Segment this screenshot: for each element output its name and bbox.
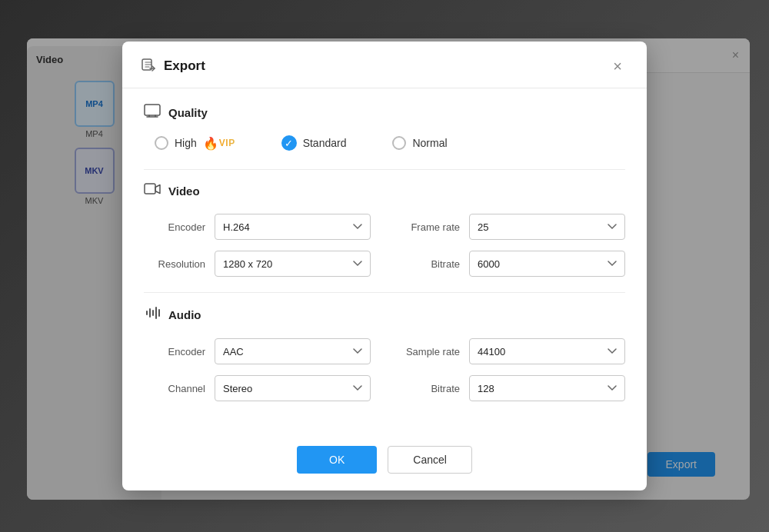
dialog-title: Export (164, 58, 205, 74)
dialog-title-row: Export (141, 57, 205, 76)
quality-high-label: High (175, 137, 197, 149)
audio-bitrate-label: Bitrate (401, 383, 460, 394)
video-section: Video Encoder H.264 H.265 VP9 Frame (144, 182, 625, 277)
quality-standard-label: Standard (303, 137, 347, 149)
audio-bitrate-select[interactable]: 128 64 192 320 (469, 375, 625, 401)
audio-section-header: Audio (144, 305, 625, 324)
video-encoder-row: Encoder H.264 H.265 VP9 (147, 214, 371, 240)
dialog-close-button[interactable]: × (607, 55, 628, 77)
quality-option-normal[interactable]: Normal (392, 136, 447, 150)
audio-title: Audio (168, 308, 201, 321)
audio-samplerate-label: Sample rate (401, 346, 460, 357)
audio-samplerate-row: Sample rate 44100 22050 48000 (401, 338, 625, 364)
quality-option-high[interactable]: High 🔥 VIP (155, 136, 235, 151)
video-framerate-row: Frame rate 25 24 30 60 (401, 214, 625, 240)
divider-1 (144, 169, 625, 170)
video-encoder-select[interactable]: H.264 H.265 VP9 (215, 214, 371, 240)
video-bitrate-select[interactable]: 6000 4000 8000 12000 (469, 251, 625, 277)
video-framerate-label: Frame rate (401, 221, 460, 233)
video-icon (144, 182, 161, 200)
video-framerate-select[interactable]: 25 24 30 60 (469, 214, 625, 240)
audio-channel-row: Channel Stereo Mono 5.1 (147, 375, 371, 401)
video-title: Video (168, 185, 200, 198)
video-resolution-label: Resolution (147, 258, 205, 270)
radio-normal (392, 136, 406, 150)
quality-section-header: Quality (144, 104, 625, 121)
quality-normal-label: Normal (412, 137, 447, 149)
video-bitrate-label: Bitrate (401, 258, 460, 270)
video-bitrate-row: Bitrate 6000 4000 8000 12000 (401, 251, 625, 277)
fire-icon: 🔥 (203, 136, 218, 151)
radio-high (155, 136, 168, 150)
video-encoder-label: Encoder (147, 221, 205, 233)
audio-section: Audio Encoder AAC MP3 AC3 Sample ra (144, 305, 625, 401)
svg-rect-2 (145, 184, 155, 194)
audio-form-grid: Encoder AAC MP3 AC3 Sample rate 44100 22… (144, 338, 625, 401)
vip-text: VIP (219, 138, 235, 148)
quality-title: Quality (168, 106, 208, 119)
quality-option-standard[interactable]: ✓ Standard (281, 135, 347, 151)
audio-channel-label: Channel (147, 383, 205, 394)
dialog-overlay: Export × Quality (0, 0, 769, 532)
export-dialog-icon (141, 57, 156, 76)
divider-2 (144, 292, 625, 293)
ok-button[interactable]: OK (297, 446, 377, 474)
dialog-header: Export × (122, 42, 647, 88)
audio-encoder-row: Encoder AAC MP3 AC3 (147, 338, 371, 364)
quality-section: Quality High 🔥 VIP ✓ St (144, 104, 625, 151)
quality-icon (144, 104, 161, 121)
audio-channel-select[interactable]: Stereo Mono 5.1 (215, 375, 371, 401)
export-dialog: Export × Quality (122, 42, 647, 490)
dialog-footer: OK Cancel (122, 435, 647, 490)
audio-bitrate-row: Bitrate 128 64 192 320 (401, 375, 625, 401)
audio-encoder-select[interactable]: AAC MP3 AC3 (215, 338, 371, 364)
cancel-button[interactable]: Cancel (388, 446, 472, 474)
audio-samplerate-select[interactable]: 44100 22050 48000 (469, 338, 625, 364)
video-resolution-select[interactable]: 1280 x 720 1920 x 1080 3840 x 2160 (215, 251, 371, 277)
audio-encoder-label: Encoder (147, 346, 205, 357)
radio-standard: ✓ (281, 135, 297, 151)
audio-icon (144, 305, 161, 324)
dialog-body: Quality High 🔥 VIP ✓ St (122, 88, 647, 435)
vip-badge: 🔥 VIP (203, 136, 235, 151)
video-section-header: Video (144, 182, 625, 200)
video-form-grid: Encoder H.264 H.265 VP9 Frame rate 25 24 (144, 214, 625, 277)
svg-rect-1 (145, 105, 160, 115)
video-resolution-row: Resolution 1280 x 720 1920 x 1080 3840 x… (147, 251, 371, 277)
quality-options: High 🔥 VIP ✓ Standard Normal (144, 135, 625, 151)
